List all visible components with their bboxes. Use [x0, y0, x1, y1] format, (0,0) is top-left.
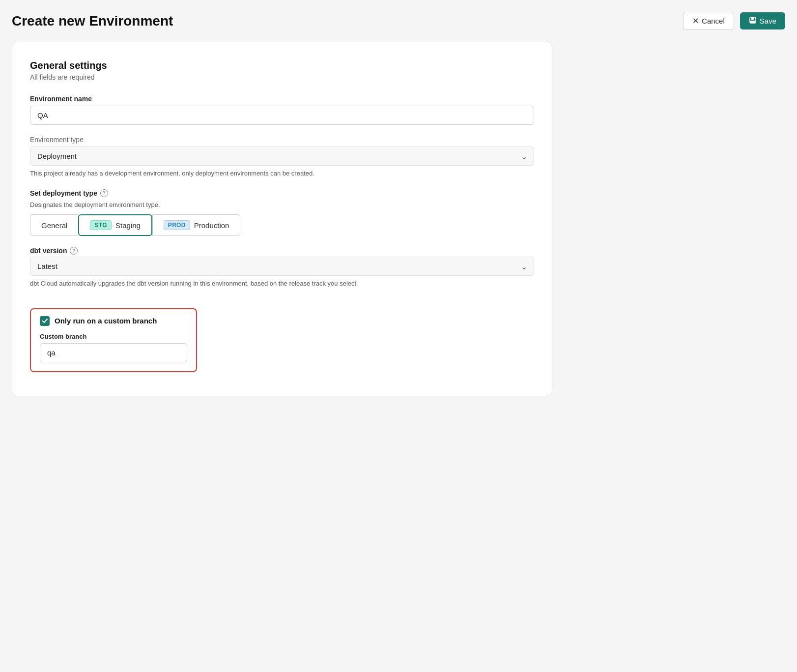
deploy-type-production-label: Production — [194, 221, 229, 230]
deploy-type-production-button[interactable]: PROD Production — [152, 214, 241, 236]
env-type-select[interactable]: Deployment Development — [30, 146, 534, 166]
deploy-type-staging-label: Staging — [115, 221, 141, 230]
env-type-select-wrap: Deployment Development ⌄ — [30, 146, 534, 166]
svg-rect-2 — [750, 21, 755, 23]
custom-branch-checkbox-row: Only run on a custom branch — [40, 316, 187, 326]
custom-branch-box: Only run on a custom branch Custom branc… — [30, 308, 197, 372]
deployment-type-subtitle: Designates the deployment environment ty… — [30, 200, 534, 210]
deployment-type-help-icon[interactable]: ? — [100, 189, 108, 197]
env-type-label: Environment type — [30, 136, 534, 144]
env-name-label: Environment name — [30, 95, 534, 103]
section-title: General settings — [30, 60, 534, 71]
deployment-type-buttons: General STG Staging PROD Production — [30, 214, 534, 236]
custom-branch-field-label: Custom branch — [40, 333, 187, 340]
env-type-helper: This project already has a development e… — [30, 169, 534, 178]
env-name-input[interactable] — [30, 106, 534, 125]
dbt-version-label-row: dbt version ? — [30, 247, 534, 255]
page-title: Create new Environment — [12, 13, 173, 29]
env-name-group: Environment name — [30, 95, 534, 125]
deployment-type-label-row: Set deployment type ? — [30, 189, 534, 197]
prod-badge: PROD — [164, 220, 190, 230]
dbt-version-label: dbt version — [30, 247, 67, 255]
dbt-version-select-wrap: Latest 1.8 1.7 1.6 ⌄ — [30, 257, 534, 276]
custom-branch-checkbox[interactable] — [40, 316, 50, 326]
section-subtitle: All fields are required — [30, 73, 534, 81]
form-card: General settings All fields are required… — [12, 42, 552, 396]
deploy-type-general-button[interactable]: General — [30, 214, 78, 236]
deployment-type-group: Set deployment type ? Designates the dep… — [30, 189, 534, 236]
svg-rect-1 — [751, 17, 754, 20]
page-header: Create new Environment ✕ Cancel Save — [12, 12, 785, 30]
env-type-group: Environment type Deployment Development … — [30, 136, 534, 178]
save-button[interactable]: Save — [740, 12, 785, 29]
stg-badge: STG — [90, 220, 112, 230]
header-actions: ✕ Cancel Save — [683, 12, 785, 30]
cancel-button[interactable]: ✕ Cancel — [683, 12, 734, 30]
dbt-version-group: dbt version ? Latest 1.8 1.7 1.6 ⌄ dbt C… — [30, 247, 534, 289]
deploy-type-general-label: General — [41, 221, 67, 230]
deploy-type-staging-button[interactable]: STG Staging — [78, 214, 152, 236]
dbt-version-select[interactable]: Latest 1.8 1.7 1.6 — [30, 257, 534, 276]
dbt-version-helper: dbt Cloud automatically upgrades the dbt… — [30, 279, 534, 289]
deployment-type-label: Set deployment type — [30, 189, 97, 197]
dbt-version-help-icon[interactable]: ? — [70, 247, 78, 255]
custom-branch-checkbox-label: Only run on a custom branch — [55, 317, 157, 325]
save-icon — [749, 16, 757, 26]
custom-branch-input[interactable] — [40, 343, 187, 362]
close-icon: ✕ — [692, 16, 699, 26]
